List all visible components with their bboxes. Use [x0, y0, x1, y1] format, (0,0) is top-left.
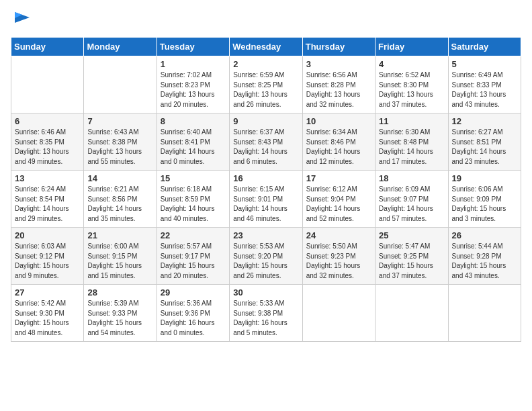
day-number: 8: [161, 116, 226, 126]
day-number: 26: [452, 230, 517, 240]
calendar-cell: 10Sunrise: 6:34 AM Sunset: 8:46 PM Dayli…: [302, 113, 375, 171]
calendar-cell: 29Sunrise: 5:36 AM Sunset: 9:36 PM Dayli…: [157, 285, 229, 342]
day-info: Sunrise: 6:43 AM Sunset: 8:38 PM Dayligh…: [87, 128, 152, 167]
day-number: 1: [161, 59, 226, 69]
day-info: Sunrise: 5:33 AM Sunset: 9:38 PM Dayligh…: [233, 299, 298, 338]
day-info: Sunrise: 6:06 AM Sunset: 9:09 PM Dayligh…: [452, 185, 517, 224]
calendar-cell: 26Sunrise: 5:44 AM Sunset: 9:28 PM Dayli…: [448, 228, 521, 285]
day-number: 15: [161, 173, 226, 183]
weekday-header: Thursday: [302, 38, 375, 56]
day-number: 19: [452, 173, 517, 183]
day-info: Sunrise: 5:44 AM Sunset: 9:28 PM Dayligh…: [452, 242, 517, 281]
day-number: 21: [87, 230, 152, 240]
day-info: Sunrise: 6:21 AM Sunset: 8:56 PM Dayligh…: [87, 185, 152, 224]
calendar-cell: 21Sunrise: 6:00 AM Sunset: 9:15 PM Dayli…: [84, 228, 157, 285]
calendar-cell: 27Sunrise: 5:42 AM Sunset: 9:30 PM Dayli…: [11, 285, 84, 342]
calendar-cell: 25Sunrise: 5:47 AM Sunset: 9:25 PM Dayli…: [375, 228, 448, 285]
day-number: 20: [15, 230, 80, 240]
day-info: Sunrise: 6:09 AM Sunset: 9:07 PM Dayligh…: [379, 185, 444, 224]
weekday-header: Wednesday: [230, 38, 302, 56]
day-info: Sunrise: 5:47 AM Sunset: 9:25 PM Dayligh…: [379, 242, 444, 281]
calendar-cell: 20Sunrise: 6:03 AM Sunset: 9:12 PM Dayli…: [11, 228, 84, 285]
day-info: Sunrise: 6:27 AM Sunset: 8:51 PM Dayligh…: [452, 128, 517, 167]
day-number: 11: [379, 116, 444, 126]
day-number: 4: [379, 59, 444, 69]
calendar-cell: [448, 285, 521, 342]
calendar-cell: 18Sunrise: 6:09 AM Sunset: 9:07 PM Dayli…: [375, 171, 448, 228]
calendar-cell: 4Sunrise: 6:52 AM Sunset: 8:30 PM Daylig…: [375, 56, 448, 113]
calendar-cell: 17Sunrise: 6:12 AM Sunset: 9:04 PM Dayli…: [302, 171, 375, 228]
calendar-cell: 5Sunrise: 6:49 AM Sunset: 8:33 PM Daylig…: [448, 56, 521, 113]
calendar-cell: 9Sunrise: 6:37 AM Sunset: 8:43 PM Daylig…: [230, 113, 302, 171]
day-info: Sunrise: 6:59 AM Sunset: 8:25 PM Dayligh…: [233, 71, 298, 109]
day-number: 7: [87, 116, 152, 126]
day-number: 12: [452, 116, 517, 126]
day-info: Sunrise: 5:50 AM Sunset: 9:23 PM Dayligh…: [306, 242, 371, 281]
weekday-header: Saturday: [448, 38, 521, 56]
calendar-cell: 3Sunrise: 6:56 AM Sunset: 8:28 PM Daylig…: [302, 56, 375, 113]
day-info: Sunrise: 6:15 AM Sunset: 9:01 PM Dayligh…: [233, 185, 298, 224]
day-number: 30: [233, 287, 298, 298]
day-number: 27: [15, 287, 80, 298]
day-number: 25: [379, 230, 444, 240]
calendar-table: SundayMondayTuesdayWednesdayThursdayFrid…: [11, 37, 521, 342]
day-info: Sunrise: 6:37 AM Sunset: 8:43 PM Dayligh…: [233, 128, 298, 167]
day-info: Sunrise: 5:36 AM Sunset: 9:36 PM Dayligh…: [161, 299, 226, 338]
day-number: 23: [233, 230, 298, 240]
logo: [11, 11, 31, 29]
calendar-cell: [375, 285, 448, 342]
day-info: Sunrise: 6:30 AM Sunset: 8:48 PM Dayligh…: [379, 128, 444, 167]
day-info: Sunrise: 5:39 AM Sunset: 9:33 PM Dayligh…: [87, 299, 152, 338]
weekday-header: Tuesday: [157, 38, 229, 56]
day-number: 13: [15, 173, 80, 183]
day-info: Sunrise: 6:40 AM Sunset: 8:41 PM Dayligh…: [161, 128, 226, 167]
calendar-cell: 12Sunrise: 6:27 AM Sunset: 8:51 PM Dayli…: [448, 113, 521, 171]
calendar-cell: 19Sunrise: 6:06 AM Sunset: 9:09 PM Dayli…: [448, 171, 521, 228]
day-number: 2: [233, 59, 298, 69]
calendar-cell: 14Sunrise: 6:21 AM Sunset: 8:56 PM Dayli…: [84, 171, 157, 228]
calendar-cell: 16Sunrise: 6:15 AM Sunset: 9:01 PM Dayli…: [230, 171, 302, 228]
day-info: Sunrise: 6:03 AM Sunset: 9:12 PM Dayligh…: [15, 242, 80, 281]
day-info: Sunrise: 5:57 AM Sunset: 9:17 PM Dayligh…: [161, 242, 226, 281]
day-number: 3: [306, 59, 371, 69]
day-info: Sunrise: 7:02 AM Sunset: 8:23 PM Dayligh…: [161, 71, 226, 109]
day-number: 14: [87, 173, 152, 183]
calendar-cell: 11Sunrise: 6:30 AM Sunset: 8:48 PM Dayli…: [375, 113, 448, 171]
logo-flag-icon: [12, 11, 31, 26]
day-info: Sunrise: 6:49 AM Sunset: 8:33 PM Dayligh…: [452, 71, 517, 109]
calendar-cell: 13Sunrise: 6:24 AM Sunset: 8:54 PM Dayli…: [11, 171, 84, 228]
day-info: Sunrise: 6:00 AM Sunset: 9:15 PM Dayligh…: [87, 242, 152, 281]
calendar-cell: 2Sunrise: 6:59 AM Sunset: 8:25 PM Daylig…: [230, 56, 302, 113]
calendar-cell: 30Sunrise: 5:33 AM Sunset: 9:38 PM Dayli…: [230, 285, 302, 342]
day-number: 10: [306, 116, 371, 126]
calendar-cell: 23Sunrise: 5:53 AM Sunset: 9:20 PM Dayli…: [230, 228, 302, 285]
day-number: 18: [379, 173, 444, 183]
day-info: Sunrise: 6:34 AM Sunset: 8:46 PM Dayligh…: [306, 128, 371, 167]
weekday-header: Sunday: [11, 38, 84, 56]
day-info: Sunrise: 6:46 AM Sunset: 8:35 PM Dayligh…: [15, 128, 80, 167]
day-info: Sunrise: 5:53 AM Sunset: 9:20 PM Dayligh…: [233, 242, 298, 281]
day-info: Sunrise: 5:42 AM Sunset: 9:30 PM Dayligh…: [15, 299, 80, 338]
calendar-cell: [302, 285, 375, 342]
day-number: 29: [161, 287, 226, 298]
day-info: Sunrise: 6:24 AM Sunset: 8:54 PM Dayligh…: [15, 185, 80, 224]
calendar-cell: 1Sunrise: 7:02 AM Sunset: 8:23 PM Daylig…: [157, 56, 229, 113]
day-info: Sunrise: 6:12 AM Sunset: 9:04 PM Dayligh…: [306, 185, 371, 224]
calendar-cell: 28Sunrise: 5:39 AM Sunset: 9:33 PM Dayli…: [84, 285, 157, 342]
calendar-cell: 15Sunrise: 6:18 AM Sunset: 8:59 PM Dayli…: [157, 171, 229, 228]
day-number: 6: [15, 116, 80, 126]
day-number: 16: [233, 173, 298, 183]
calendar-cell: 22Sunrise: 5:57 AM Sunset: 9:17 PM Dayli…: [157, 228, 229, 285]
weekday-header: Monday: [84, 38, 157, 56]
calendar-cell: 24Sunrise: 5:50 AM Sunset: 9:23 PM Dayli…: [302, 228, 375, 285]
calendar-cell: [11, 56, 84, 113]
day-info: Sunrise: 6:18 AM Sunset: 8:59 PM Dayligh…: [161, 185, 226, 224]
day-number: 24: [306, 230, 371, 240]
weekday-header: Friday: [375, 38, 448, 56]
day-number: 17: [306, 173, 371, 183]
calendar-cell: 8Sunrise: 6:40 AM Sunset: 8:41 PM Daylig…: [157, 113, 229, 171]
calendar-cell: 6Sunrise: 6:46 AM Sunset: 8:35 PM Daylig…: [11, 113, 84, 171]
header: [11, 11, 521, 29]
day-number: 22: [161, 230, 226, 240]
day-info: Sunrise: 6:56 AM Sunset: 8:28 PM Dayligh…: [306, 71, 371, 109]
